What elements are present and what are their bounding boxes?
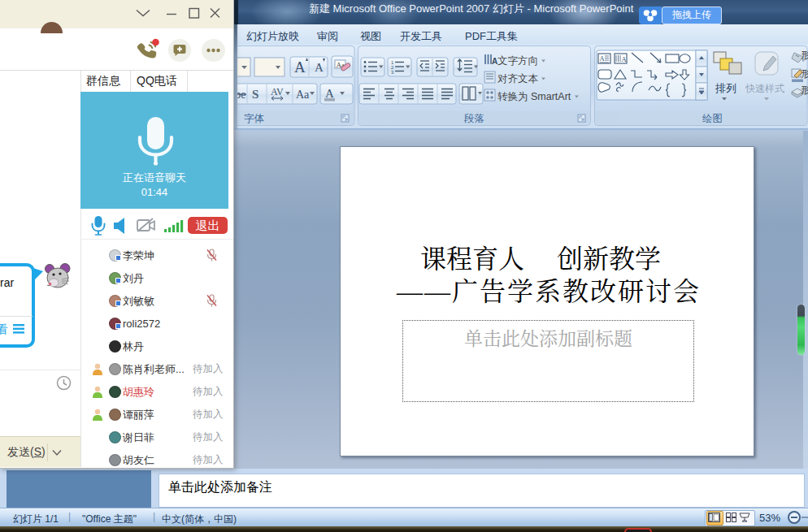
svg-text:A: A	[622, 55, 628, 63]
svg-text:A: A	[294, 58, 306, 76]
svg-text:文字方向: 文字方向	[497, 55, 538, 67]
svg-text:形: 形	[801, 68, 808, 80]
svg-text:形: 形	[801, 50, 808, 61]
svg-text:AV: AV	[271, 86, 284, 97]
svg-text:对齐文本: 对齐文本	[497, 73, 539, 84]
svg-text:段落: 段落	[464, 113, 484, 124]
svg-text:A: A	[600, 54, 606, 63]
svg-text:快速样式: 快速样式	[745, 83, 784, 94]
svg-text:S: S	[252, 88, 258, 101]
svg-text:转换为 SmartArt: 转换为 SmartArt	[497, 91, 571, 102]
svg-text:Aa: Aa	[296, 89, 310, 101]
svg-text:绘图: 绘图	[702, 113, 723, 124]
svg-text:字体: 字体	[244, 113, 265, 124]
svg-text:排列: 排列	[715, 82, 736, 94]
svg-text:A: A	[325, 87, 334, 100]
svg-text:形: 形	[801, 84, 808, 96]
svg-text:A: A	[315, 61, 324, 74]
